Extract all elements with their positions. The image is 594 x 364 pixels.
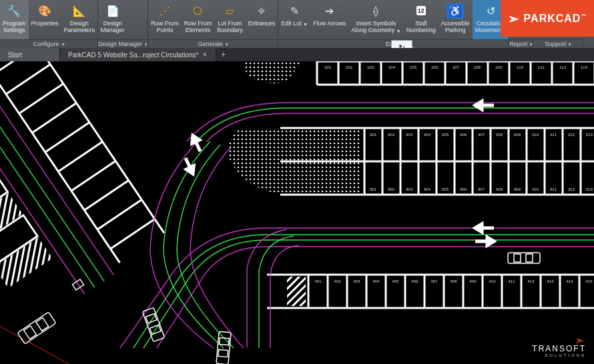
stall-numbering-label: Stall Numbering [406, 20, 436, 33]
svg-text:210: 210 [532, 133, 539, 137]
accessible-parking-label: Accessible Parking [441, 20, 470, 33]
brand-company: TRANSOFT [532, 344, 586, 353]
design-parameters-button[interactable]: 📐Design Parameters [61, 0, 98, 39]
row-from-elements-label: Row From Elements [184, 20, 212, 33]
design-manager-button[interactable]: 📄Design Manager [98, 0, 127, 39]
svg-text:405: 405 [392, 279, 399, 283]
tab-add-button[interactable]: + [216, 48, 230, 61]
svg-text:412: 412 [527, 279, 535, 283]
svg-text:103: 103 [367, 65, 374, 69]
svg-line-22 [97, 200, 141, 230]
row-from-elements-button[interactable]: ⎔Row From Elements [182, 0, 215, 39]
svg-rect-143 [508, 253, 540, 263]
tab-document-label: ParkCAD 5 Website Sa...roject Circulatio… [68, 51, 198, 59]
row-from-elements-icon: ⎔ [190, 3, 206, 19]
svg-text:212: 212 [568, 133, 575, 137]
circulation-movements-icon: ↺ [483, 3, 499, 19]
entrances-button[interactable]: ⎆Entrances [246, 0, 278, 39]
lot-from-boundary-button[interactable]: ▱Lot From Boundary [214, 0, 246, 39]
tab-close-icon[interactable]: ✕ [202, 51, 208, 58]
svg-text:311: 311 [550, 187, 557, 191]
panel-title-report: Report ▾ [509, 39, 533, 48]
svg-rect-4 [0, 61, 225, 309]
program-settings-label: Program Settings [3, 20, 26, 33]
svg-text:208: 208 [496, 133, 503, 137]
insert-symbols-label: Insert Symbols Along Geometry ▼ [351, 20, 400, 34]
row-from-points-icon: ⋰ [157, 3, 173, 19]
svg-text:407: 407 [430, 279, 438, 283]
stall-numbering-button[interactable]: 12Stall Numbering [404, 0, 438, 39]
svg-text:112: 112 [559, 65, 567, 69]
entrances-label: Entrances [248, 20, 276, 27]
svg-text:301: 301 [370, 187, 377, 191]
svg-line-15 [6, 64, 50, 94]
design-manager-label: Design Manager [101, 20, 125, 33]
row-from-points-button[interactable]: ⋰Row From Points [148, 0, 182, 39]
svg-text:413: 413 [547, 279, 554, 283]
svg-line-17 [32, 103, 76, 133]
svg-text:304: 304 [424, 187, 431, 191]
svg-text:313: 313 [586, 187, 593, 191]
svg-text:306: 306 [460, 187, 467, 191]
svg-rect-129 [287, 277, 306, 306]
svg-text:202: 202 [388, 133, 395, 137]
svg-text:203: 203 [406, 133, 413, 137]
svg-text:108: 108 [474, 65, 481, 69]
program-settings-button[interactable]: 🔧Program Settings [0, 0, 29, 39]
lot-from-boundary-label: Lot From Boundary [217, 20, 243, 33]
svg-text:402: 402 [334, 279, 341, 283]
svg-text:303: 303 [406, 187, 413, 191]
brand-parkcad: ➣ PARKCAD™ [501, 0, 594, 37]
insert-symbols-button[interactable]: ⟠Insert Symbols Along Geometry ▼ [348, 0, 403, 39]
tab-document[interactable]: ParkCAD 5 Website Sa...roject Circulatio… [60, 48, 216, 61]
panel-title-design-manager: Design Manager ▾ [98, 39, 147, 48]
brand-product: PARKCAD [524, 13, 581, 24]
accessible-parking-button[interactable]: ♿Accessible Parking [438, 0, 473, 39]
svg-text:111: 111 [538, 65, 545, 69]
drawing-canvas[interactable]: 101102103104105106107108109110111112113 … [0, 61, 594, 364]
svg-text:207: 207 [478, 133, 485, 137]
lot-from-boundary-icon: ▱ [222, 3, 238, 19]
svg-text:406: 406 [411, 279, 418, 283]
brand-company-sub: SOLUTIONS [532, 353, 586, 357]
svg-rect-144 [514, 254, 521, 262]
svg-line-20 [71, 161, 115, 191]
svg-text:107: 107 [453, 65, 460, 69]
brand-transoft: ➣ TRANSOFT SOLUTIONS [532, 337, 586, 357]
edit-lot-icon: ✎ [286, 3, 302, 19]
design-parameters-icon: 📐 [71, 3, 87, 19]
edit-lot-button[interactable]: ✎Edit Lot ▼ [278, 0, 310, 39]
brand-tm: ™ [581, 13, 587, 19]
svg-text:101: 101 [324, 65, 332, 69]
panel-title-configure: Configure ▾ [0, 39, 97, 48]
program-settings-icon: 🔧 [6, 3, 22, 19]
design-parameters-label: Design Parameters [64, 20, 95, 33]
accessible-parking-icon: ♿ [447, 3, 463, 19]
flow-arrows-icon: ➔ [322, 3, 338, 19]
svg-text:401: 401 [314, 279, 322, 283]
svg-line-13 [37, 61, 164, 233]
svg-text:204: 204 [424, 133, 431, 137]
svg-text:305: 305 [442, 187, 449, 191]
svg-text:105: 105 [410, 65, 417, 69]
document-tabbar: Start ParkCAD 5 Website Sa...roject Circ… [0, 48, 594, 61]
design-manager-icon: 📄 [105, 3, 121, 19]
flow-arrows-button[interactable]: ➔Flow Arrows [310, 0, 348, 39]
svg-text:312: 312 [568, 187, 575, 191]
properties-button[interactable]: 🎨Properties [29, 0, 61, 39]
svg-line-14 [0, 61, 37, 75]
svg-text:209: 209 [514, 133, 521, 137]
entrances-icon: ⎆ [254, 3, 270, 19]
svg-text:109: 109 [495, 65, 503, 69]
svg-rect-138 [145, 314, 157, 323]
svg-text:411: 411 [508, 279, 515, 283]
svg-rect-137 [142, 307, 164, 341]
svg-text:309: 309 [514, 187, 521, 191]
svg-text:308: 308 [496, 187, 503, 191]
tab-start[interactable]: Start [0, 48, 60, 61]
panel-title-generate: Generate ▾ [148, 39, 278, 48]
properties-icon: 🎨 [37, 3, 53, 19]
svg-text:307: 307 [478, 187, 485, 191]
svg-line-23 [111, 219, 155, 249]
svg-line-19 [58, 142, 102, 172]
